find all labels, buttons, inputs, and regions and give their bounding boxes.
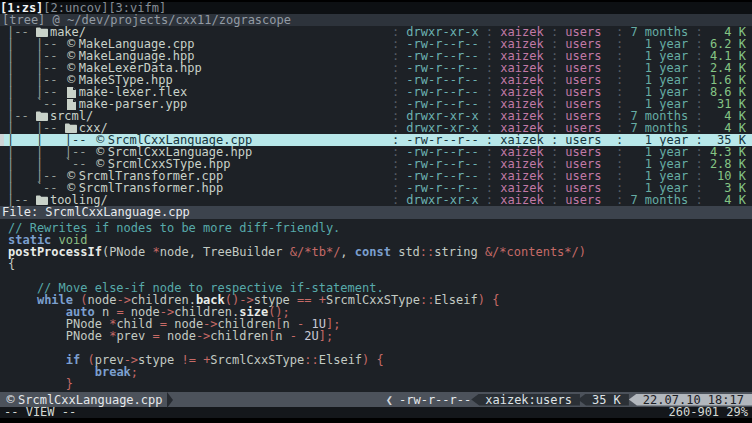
code-token: PNode: [8, 329, 109, 343]
status-filename: SrcmlCxxLanguage.cpp: [18, 394, 163, 406]
file-name: tooling/: [50, 194, 108, 206]
code-token: postProcessIf: [8, 245, 102, 259]
status-perms: -rw-r--r--: [397, 394, 473, 406]
code-token: &/*contents*/): [485, 245, 586, 259]
code-token: SrcmlCxxSType: [326, 293, 420, 307]
powerline-chevron-left-icon: ❮: [382, 394, 397, 406]
code-token: ::: [304, 353, 318, 367]
code-line: postProcessIf(PNode *node, TreeBuilder &…: [8, 246, 752, 258]
cpp-file-icon: ©: [4, 394, 17, 406]
file-name: make-parser.ypp: [79, 98, 187, 110]
status-datetime: 22.07.10 18:17: [629, 394, 752, 406]
code-token: break: [95, 365, 131, 379]
code-token: ==: [297, 293, 311, 307]
code-token: ::: [420, 293, 434, 307]
document-icon: [65, 86, 78, 98]
code-line: PNode *prev = node->children[n - 2U];: [8, 330, 752, 342]
code-preview: // Rewrites if nodes to be more diff-fri…: [0, 219, 752, 392]
code-token: &/*tb*/: [290, 245, 341, 259]
status-size: 35 K: [578, 394, 629, 406]
size-cell: 4 K: [710, 194, 746, 206]
code-token: {: [377, 353, 384, 367]
code-token: ::: [420, 245, 434, 259]
code-token: (PNode: [102, 245, 153, 259]
code-token: ,: [340, 245, 354, 259]
code-token: std: [391, 245, 420, 259]
code-token: 2U: [304, 329, 318, 343]
code-token: -: [290, 329, 297, 343]
code-line: break;: [8, 366, 752, 378]
mode-line: -- VIEW -- 260-901 29%: [0, 407, 752, 418]
code-token: *: [153, 245, 160, 259]
cpp-file-icon: ©: [65, 74, 78, 86]
code-token: ->: [196, 329, 210, 343]
vifm-terminal: [1:zs][2:uncov][3:vifm] [tree] @ ~/dev/p…: [0, 0, 752, 423]
code-token: Elseif: [434, 293, 477, 307]
code-token: n: [275, 329, 289, 343]
code-token: =: [153, 329, 160, 343]
code-token: stype: [138, 353, 181, 367]
row-columns: : drwxr-xr-x : xaizek : users : 7 months…: [385, 194, 752, 206]
code-token: [312, 293, 319, 307]
code-token: {: [492, 293, 499, 307]
file-tree: |-- make/ : drwxr-xr-x : xaizek : users …: [0, 26, 752, 206]
ruler: 260-901 29%: [669, 407, 748, 418]
code-token: ;: [131, 365, 138, 379]
cursor-marker: [0, 134, 4, 146]
code-line: // Rewrites if nodes to be more diff-fri…: [8, 222, 752, 234]
code-token: !=: [181, 353, 195, 367]
status-right: ❮ -rw-r--r-- xaizek:users 35 K 22.07.10 …: [382, 394, 752, 406]
bottom-border: [0, 418, 752, 423]
code-line: }: [8, 378, 752, 390]
code-token: node, TreeBuilder: [160, 245, 290, 259]
tree-row[interactable]: |-- tooling/ : drwxr-xr-x : xaizek : use…: [0, 194, 752, 206]
code-token: node: [160, 329, 196, 343]
code-token: const: [355, 245, 391, 259]
date-cell: 7 months: [630, 194, 688, 206]
code-token: ): [478, 293, 485, 307]
status-bar: ©SrcmlCxxLanguage.cpp ❮ -rw-r--r-- xaize…: [0, 392, 752, 407]
code-line: {: [8, 258, 752, 270]
mode-indicator: -- VIEW --: [4, 407, 76, 418]
group-cell: users: [565, 194, 608, 206]
code-token: [8, 377, 66, 391]
code-token: +: [319, 293, 326, 307]
code-token: [369, 353, 376, 367]
tree-branch: |--: [7, 194, 36, 206]
code-token: children: [210, 329, 268, 343]
code-token: string: [434, 245, 485, 259]
code-token: ];: [319, 329, 333, 343]
perms-cell: drwxr-xr-x: [406, 194, 478, 206]
powerline-chevron-right-icon: [167, 392, 173, 408]
folder-icon: [36, 194, 49, 206]
status-owner: xaizek:users: [471, 394, 580, 406]
preview-title: File: SrcmlCxxLanguage.cpp: [0, 206, 752, 219]
code-token: Elseif: [319, 353, 362, 367]
code-token: prev: [116, 329, 152, 343]
code-token: }: [66, 377, 73, 391]
user-cell: xaizek: [500, 194, 543, 206]
code-token: SrcmlCxxSType: [210, 353, 304, 367]
